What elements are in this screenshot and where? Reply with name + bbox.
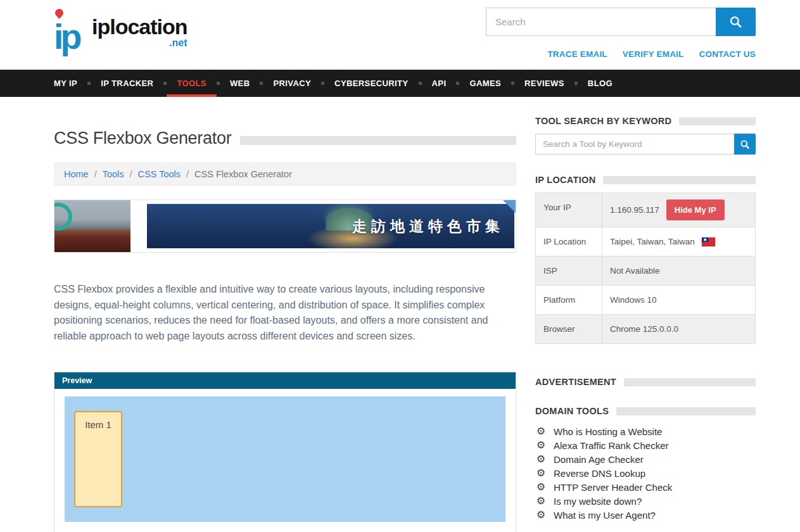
ad-caption: 走訪地道特色市集 <box>352 217 504 236</box>
breadcrumb-current: CSS Flexbox Generator <box>194 169 292 179</box>
row-value: Not Available <box>602 256 755 285</box>
list-item: ⚙ Is my website down? <box>535 494 756 508</box>
nav-item-blog[interactable]: BLOG <box>578 70 623 97</box>
domain-tool-link[interactable]: HTTP Server Header Check <box>554 482 672 493</box>
domain-tool-link[interactable]: What is my User Agent? <box>554 510 656 521</box>
breadcrumb-css-tools[interactable]: CSS Tools <box>138 169 181 179</box>
tool-search-section: TOOL SEARCH BY KEYWORD <box>535 116 756 155</box>
table-row-ip-location: IP Location Taipei, Taiwan, Taiwan <box>536 227 755 256</box>
table-row-browser: Browser Chrome 125.0.0.0 <box>536 315 755 343</box>
tool-search-input[interactable] <box>535 134 734 155</box>
domain-tools-list: ⚙ Who is Hosting a Website ⚙ Alexa Traff… <box>535 424 756 522</box>
breadcrumb: Home / Tools / CSS Tools / CSS Flexbox G… <box>54 162 516 186</box>
logo-mark-text: ip <box>54 19 79 54</box>
row-label: IP Location <box>536 227 602 256</box>
domain-tool-link[interactable]: Reverse DNS Lookup <box>554 468 645 479</box>
heading-decoration-bar <box>603 176 756 184</box>
gear-icon: ⚙ <box>535 482 547 492</box>
domain-tools-heading-row: DOMAIN TOOLS <box>535 406 756 416</box>
tool-search-heading-row: TOOL SEARCH BY KEYWORD <box>535 116 756 126</box>
page-title-row: CSS Flexbox Generator <box>54 129 516 148</box>
title-decoration-bar <box>240 136 516 145</box>
row-label: Browser <box>536 315 602 343</box>
header-search-input[interactable] <box>486 8 716 36</box>
search-icon <box>729 15 742 28</box>
ip-location-heading-row: IP LOCATION <box>535 175 756 185</box>
preview-panel: Preview Item 1 <box>54 372 516 532</box>
row-label: ISP <box>536 256 602 285</box>
platform-value: Windows 10 <box>610 295 657 305</box>
domain-tool-link[interactable]: Alexa Traffic Rank Checker <box>554 440 668 451</box>
row-label: Platform <box>536 286 602 314</box>
trace-email-link[interactable]: TRACE EMAIL <box>547 49 607 59</box>
domain-tool-link[interactable]: Domain Age Checker <box>554 454 644 465</box>
breadcrumb-separator: / <box>94 169 97 179</box>
gear-icon: ⚙ <box>535 496 547 506</box>
heading-decoration-bar <box>616 407 756 415</box>
nav-item-cybersecurity[interactable]: CYBERSECURITY <box>324 70 418 97</box>
ad-photo-left <box>54 200 130 252</box>
flexbox-preview-item: Item 1 <box>74 411 122 507</box>
table-row-your-ip: Your IP 1.160.95.117 Hide My IP <box>536 193 755 227</box>
nav-item-my-ip[interactable]: MY IP <box>54 70 87 97</box>
row-value: Windows 10 <box>602 286 755 314</box>
table-row-isp: ISP Not Available <box>536 256 755 286</box>
nav-item-tools[interactable]: TOOLS <box>167 70 217 97</box>
heading-decoration-bar <box>679 117 756 125</box>
header-right: TRACE EMAIL VERIFY EMAIL CONTACT US <box>486 8 756 59</box>
logo-ip-pin-icon: ip <box>54 8 91 49</box>
main-nav-list: MY IP IP TRACKER TOOLS WEB PRIVACY CYBER… <box>54 70 623 97</box>
verify-email-link[interactable]: VERIFY EMAIL <box>623 49 684 59</box>
ip-location-heading: IP LOCATION <box>535 175 595 185</box>
page-title: CSS Flexbox Generator <box>54 129 231 148</box>
nav-item-api[interactable]: API <box>422 70 457 97</box>
sidebar: TOOL SEARCH BY KEYWORD IP LOCATION <box>535 116 756 522</box>
header-search <box>486 8 756 36</box>
ad-logo-ring <box>54 203 72 231</box>
ad-choices-icon[interactable] <box>503 200 516 213</box>
hide-my-ip-button[interactable]: Hide My IP <box>666 200 725 220</box>
main-nav: MY IP IP TRACKER TOOLS WEB PRIVACY CYBER… <box>0 70 800 97</box>
gear-icon: ⚙ <box>535 510 547 520</box>
advertisement-section: ADVERTISEMENT <box>535 377 756 387</box>
browser-value: Chrome 125.0.0.0 <box>610 324 678 334</box>
list-item: ⚙ HTTP Server Header Check <box>535 480 756 494</box>
tool-search-heading: TOOL SEARCH BY KEYWORD <box>535 116 671 126</box>
your-ip-value: 1.160.95.117 <box>610 205 659 215</box>
header-search-button[interactable] <box>716 8 756 36</box>
domain-tools-heading: DOMAIN TOOLS <box>535 406 609 416</box>
row-value: Taipei, Taiwan, Taiwan <box>602 227 755 256</box>
ad-banner[interactable]: 走訪地道特色市集 <box>54 200 516 253</box>
ip-location-section: IP LOCATION Your IP 1.160.95.117 Hide My… <box>535 175 756 344</box>
isp-value: Not Available <box>610 266 660 276</box>
list-item: ⚙ Domain Age Checker <box>535 452 756 466</box>
list-item: ⚙ Who is Hosting a Website <box>535 424 756 438</box>
nav-item-privacy[interactable]: PRIVACY <box>263 70 321 97</box>
nav-item-web[interactable]: WEB <box>220 70 260 97</box>
flexbox-preview-container: Item 1 <box>65 396 505 522</box>
gear-icon: ⚙ <box>535 440 547 450</box>
domain-tool-link[interactable]: Is my website down? <box>554 496 642 507</box>
heading-decoration-bar <box>624 378 756 386</box>
table-row-platform: Platform Windows 10 <box>536 286 755 315</box>
breadcrumb-home[interactable]: Home <box>64 169 89 179</box>
content: CSS Flexbox Generator Home / Tools / CSS… <box>0 97 800 532</box>
breadcrumb-tools[interactable]: Tools <box>103 169 124 179</box>
preview-body: Item 1 <box>54 389 516 532</box>
tool-search <box>535 134 756 155</box>
search-icon <box>740 139 750 149</box>
site-logo[interactable]: ip iplocation .net <box>54 8 187 49</box>
nav-item-ip-tracker[interactable]: IP TRACKER <box>91 70 163 97</box>
tool-search-button[interactable] <box>734 134 756 155</box>
domain-tool-link[interactable]: Who is Hosting a Website <box>554 426 662 437</box>
gear-icon: ⚙ <box>535 454 547 464</box>
gear-icon: ⚙ <box>535 426 547 436</box>
preview-header: Preview <box>54 372 516 389</box>
main-column: CSS Flexbox Generator Home / Tools / CSS… <box>54 97 516 532</box>
logo-wordmark: iplocation .net <box>92 16 187 49</box>
nav-item-reviews[interactable]: REVIEWS <box>514 70 575 97</box>
domain-tools-section: DOMAIN TOOLS ⚙ Who is Hosting a Website … <box>535 406 756 522</box>
advertisement-heading-row: ADVERTISEMENT <box>535 377 756 387</box>
nav-item-games[interactable]: GAMES <box>459 70 511 97</box>
contact-us-link[interactable]: CONTACT US <box>699 49 756 59</box>
